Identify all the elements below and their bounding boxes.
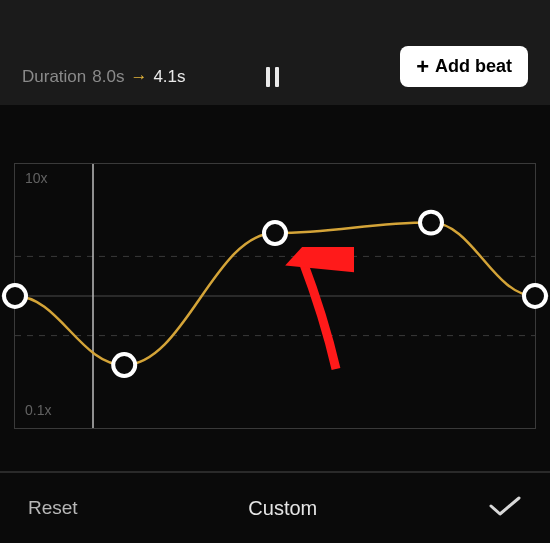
reset-button[interactable]: Reset bbox=[28, 497, 78, 519]
curve-point[interactable] bbox=[4, 285, 26, 307]
duration-label: Duration bbox=[22, 67, 86, 87]
arrow-right-icon: → bbox=[130, 67, 147, 87]
toolbar: Duration8.0s → 4.1s + Add beat bbox=[0, 0, 550, 105]
curve-point[interactable] bbox=[524, 285, 546, 307]
curve-point[interactable] bbox=[420, 212, 442, 234]
speed-curve-editor[interactable]: 10x 0.1x bbox=[0, 105, 550, 429]
curve-canvas[interactable] bbox=[1, 164, 549, 428]
curve-mode-label[interactable]: Custom bbox=[248, 497, 317, 520]
pause-icon[interactable] bbox=[266, 67, 279, 87]
add-beat-button[interactable]: + Add beat bbox=[400, 46, 528, 87]
bottom-bar: Reset Custom bbox=[0, 471, 550, 543]
duration-old-value: 8.0s bbox=[92, 67, 124, 87]
add-beat-label: Add beat bbox=[435, 56, 512, 77]
curve-point[interactable] bbox=[113, 354, 135, 376]
duration-new-value: 4.1s bbox=[153, 67, 185, 87]
duration-readout: Duration8.0s → 4.1s bbox=[22, 67, 186, 87]
plus-icon: + bbox=[416, 58, 429, 76]
confirm-button[interactable] bbox=[488, 494, 522, 522]
checkmark-icon bbox=[488, 494, 522, 518]
curve-point[interactable] bbox=[264, 222, 286, 244]
graph-frame: 10x 0.1x bbox=[14, 163, 536, 429]
